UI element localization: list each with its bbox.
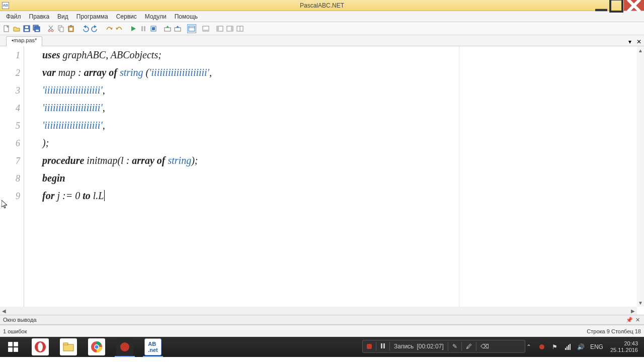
cut-button[interactable] [46,24,55,33]
svg-rect-39 [217,26,219,31]
tray-time: 20:43 [610,340,638,347]
code-line[interactable]: ); [42,137,49,149]
scroll-down-icon[interactable]: ▼ [637,299,644,307]
code-line[interactable]: for j := 0 to l.L [42,190,105,202]
code-editor[interactable]: 123456789 uses graphABC, ABCobjects;var … [0,46,644,315]
scroll-left-icon[interactable]: ◀ [0,307,8,315]
task-opera[interactable] [26,337,54,357]
tray-volume-icon[interactable]: 🔊 [577,343,585,351]
recorder-marker-icon[interactable]: 🖉 [466,343,472,350]
recorder-erase-icon[interactable]: ⌫ [480,343,489,350]
task-chrome[interactable] [83,337,111,357]
svg-rect-1 [610,0,622,12]
code-surface[interactable]: uses graphABC, ABCobjects;var map : arra… [24,46,637,307]
panel-3-button[interactable] [225,24,234,33]
svg-rect-59 [565,348,566,350]
svg-line-15 [49,26,52,30]
window-minimize-button[interactable] [594,0,609,11]
recorder-pause-icon[interactable] [380,343,385,350]
close-panel-icon[interactable]: ✕ [634,316,641,323]
tray-language[interactable]: ENG [590,343,603,350]
menubar: Файл Правка Вид Программа Сервис Модули … [0,11,644,22]
panel-2-button[interactable] [215,24,224,33]
scroll-right-icon[interactable]: ▶ [629,307,637,315]
step-back-button[interactable] [115,24,124,33]
toolbar [0,22,644,35]
undo-button[interactable] [80,24,90,33]
pause-button[interactable] [139,24,148,33]
status-errors: 1 ошибок [3,328,27,334]
scroll-up-icon[interactable]: ▲ [637,46,644,54]
compile-button[interactable] [163,24,172,33]
task-recorder[interactable] [111,337,139,357]
recorder-overlay[interactable]: Запись [00:02:07] ✎ 🖉 ⌫ [362,340,525,353]
menu-modules[interactable]: Модули [141,12,171,21]
recorder-stop-icon[interactable] [367,344,372,349]
statusbar: 1 ошибок Строка 9 Столбец 18 [0,325,644,337]
horizontal-scrollbar[interactable]: ◀ ▶ [0,307,637,315]
pin-icon[interactable]: 📌 [626,316,633,323]
menu-view[interactable]: Вид [53,12,72,21]
run-button[interactable] [129,24,138,33]
window-title: PascalABC.NET [300,2,344,9]
tray-up-icon[interactable]: ⌃ [525,343,533,351]
svg-rect-61 [568,345,569,350]
copy-button[interactable] [56,24,65,33]
svg-rect-11 [36,30,39,31]
window-maximize-button[interactable] [609,0,624,11]
task-pascalabc[interactable]: AB.net [139,337,167,357]
view-windows-button[interactable] [187,24,196,33]
step-over-button[interactable] [105,24,114,33]
code-line[interactable]: 'iiiiiiiiiiiiiiiiiiii', [42,84,105,96]
paste-button[interactable] [66,24,75,33]
line-number: 1 [0,50,20,61]
redo-button[interactable] [91,24,100,33]
tray-clock[interactable]: 20:43 25.11.2016 [608,340,641,353]
open-file-button[interactable] [12,24,21,33]
tray-record-icon[interactable] [538,343,546,351]
new-file-button[interactable] [2,24,11,33]
svg-rect-47 [14,347,18,352]
task-explorer[interactable] [54,337,83,357]
svg-rect-29 [152,27,155,30]
svg-point-55 [120,342,129,351]
menu-help[interactable]: Помощь [171,12,202,21]
file-tab-map-pas[interactable]: •map.pas* [6,36,42,46]
line-number: 2 [0,68,20,78]
menu-program[interactable]: Программа [72,12,112,21]
line-number: 6 [0,138,20,149]
menu-file[interactable]: Файл [2,12,25,21]
save-all-button[interactable] [32,24,41,33]
stop-button[interactable] [149,24,158,33]
svg-rect-26 [141,26,143,31]
recorder-label: Запись [394,343,414,350]
tabs-close-icon[interactable]: ✕ [635,38,643,46]
svg-rect-27 [144,26,145,31]
menu-service[interactable]: Сервис [112,12,141,21]
svg-rect-45 [14,342,18,346]
tray-network-icon[interactable] [564,343,572,351]
vertical-scrollbar[interactable]: ▲ ▼ [637,46,644,307]
svg-marker-31 [166,26,169,28]
svg-line-14 [49,26,53,30]
output-panel-title: Окно вывода [3,317,37,323]
code-line[interactable]: procedure initmap(l : array of string); [42,155,198,166]
code-line[interactable]: 'iiiiiiiiiiiiiiiiiiii', [42,120,105,131]
menu-edit[interactable]: Правка [25,12,54,21]
panel-4-button[interactable] [235,24,245,33]
code-line[interactable]: var map : array of string ('iiiiiiiiiiii… [42,67,212,78]
svg-point-58 [539,344,544,349]
tabs-dropdown-icon[interactable]: ▾ [626,38,634,46]
svg-rect-30 [165,28,171,31]
save-file-button[interactable] [22,24,31,33]
build-button[interactable] [173,24,182,33]
panel-1-button[interactable] [201,24,210,33]
window-close-button[interactable] [624,0,644,11]
tray-flag-icon[interactable]: ⚑ [551,343,559,351]
recorder-draw-icon[interactable]: ✎ [452,343,457,350]
start-button[interactable] [0,337,26,357]
code-line[interactable]: uses graphABC, ABCobjects; [42,49,162,61]
output-panel-header[interactable]: Окно вывода 📌 ✕ [0,315,644,325]
code-line[interactable]: 'iiiiiiiiiiiiiiiiiiii', [42,102,105,114]
code-line[interactable]: begin [42,172,65,184]
